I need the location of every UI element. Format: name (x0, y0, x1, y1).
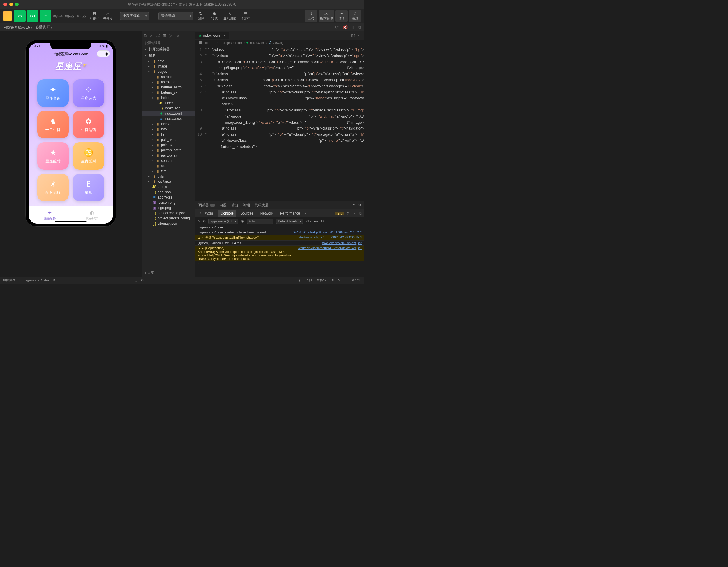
tree-item[interactable]: ≡app.wxss (142, 195, 195, 200)
tree-item[interactable]: ◈index.wxml (142, 111, 195, 116)
gear-icon[interactable]: ⚙ (347, 211, 350, 216)
real-debug-button[interactable]: ⎋真机调试 (222, 10, 238, 22)
tree-item[interactable]: { }sitemap.json (142, 221, 195, 226)
message-button[interactable]: ♤消息 (349, 10, 361, 22)
tree-item[interactable]: ▸▮wxParse (142, 179, 195, 184)
tile-配对排行[interactable]: ☀配对排行 (37, 174, 69, 201)
device-icon[interactable]: ▯ (352, 25, 354, 30)
bug-icon[interactable]: ⬚ (135, 278, 137, 282)
tile-生肖运势[interactable]: ✿生肖运势 (73, 111, 104, 138)
tree-item[interactable]: ▾▮pages (142, 69, 195, 74)
avatar[interactable] (3, 11, 12, 21)
cursor-position[interactable]: 行 1, 列 1 (299, 278, 312, 283)
cloud-button[interactable]: ⌓云开发 (102, 10, 114, 22)
tree-item[interactable]: ▸▮index2 (142, 121, 195, 127)
settings-icon[interactable]: ⚙ (321, 219, 324, 223)
capsule-button[interactable]: ⋯◉ (97, 50, 110, 57)
upload-button[interactable]: ⤴上传 (305, 10, 317, 22)
subtab-sources[interactable]: Sources (238, 210, 256, 217)
tree-item[interactable]: ▸▮astrocx (142, 74, 195, 80)
eye-icon[interactable]: ◉ (241, 219, 244, 223)
minimize-icon[interactable] (9, 3, 13, 6)
compile-select[interactable]: 普通编译 (158, 12, 193, 20)
tree-item[interactable]: ▸▮zimu (142, 169, 195, 174)
list-icon[interactable]: ☰ (199, 41, 202, 45)
tree-item[interactable]: ▸▮image (142, 64, 195, 69)
spaces[interactable]: 空格: 2 (317, 278, 326, 283)
copy-icon[interactable]: ⧉ (358, 25, 361, 30)
mode-select[interactable]: 小程序模式 (120, 12, 149, 20)
simulator-button[interactable]: ▭ (14, 10, 26, 22)
tree-item[interactable]: { }index.json (142, 106, 195, 111)
search-icon[interactable]: ⌕ (150, 33, 152, 38)
tree-item[interactable]: { }project.config.json (142, 211, 195, 216)
tree-item[interactable]: ▸▮sx (142, 163, 195, 169)
tree-item[interactable]: ▸▮pairtop_sx (142, 153, 195, 158)
tree-item[interactable]: ▸▮pair_sx (142, 142, 195, 148)
close-devtools-icon[interactable]: ✕ (358, 203, 361, 207)
ext-icon[interactable]: ⊞ (163, 33, 166, 38)
console-output[interactable]: pages/index/indexpages/index/index: onRe… (195, 225, 364, 277)
tree-item[interactable]: ▣favicon.png (142, 200, 195, 205)
tile-星座查询[interactable]: ✦星座查询 (37, 80, 69, 107)
device-select[interactable]: iPhone X 85% 16 (3, 25, 32, 29)
filter-input[interactable] (247, 219, 273, 224)
project-root[interactable]: ▾星梦 (142, 52, 195, 59)
tree-item[interactable]: ▸▮pairtop_astro (142, 148, 195, 153)
tree-item[interactable]: ▸▮utils (142, 174, 195, 179)
details-button[interactable]: ≡详情 (335, 10, 348, 22)
dock-icon[interactable]: ⧉ (359, 211, 362, 216)
inspect-icon[interactable]: ⬚ (198, 211, 201, 216)
tree-item[interactable]: JSindex.js (142, 100, 195, 106)
subtab-performance[interactable]: Performance (277, 210, 303, 217)
tree-item[interactable]: ▸▮fortune_sx (142, 90, 195, 95)
outline-header[interactable]: ▸ 大纲 (142, 269, 195, 277)
split-icon[interactable]: ▯▯ (351, 33, 355, 38)
breadcrumb[interactable]: ☰ ◫ ← → pages › index › ◈ index.wxml › ⬡… (195, 40, 364, 46)
tree-item[interactable]: ▸▮list (142, 132, 195, 137)
kebab-icon[interactable]: ⋮ (353, 211, 356, 216)
open-editors-header[interactable]: ▸打开的编辑器 (142, 46, 195, 52)
dt-tab-terminal[interactable]: 终端 (243, 203, 250, 208)
tile-星座配对[interactable]: ★星座配对 (37, 142, 69, 170)
tree-item[interactable]: ▸▮search (142, 158, 195, 163)
tile-十二生肖[interactable]: ♞十二生肖 (37, 111, 69, 138)
copy-path-icon[interactable]: ⧉ (53, 278, 55, 282)
close-icon[interactable] (3, 3, 7, 6)
visual-button[interactable]: ▦可视化 (89, 10, 100, 22)
play-icon[interactable]: ▷ (198, 219, 200, 223)
tile-星盘[interactable]: ♇星盘 (73, 174, 104, 201)
editor-button[interactable]: </> (27, 10, 38, 22)
debugger-button[interactable]: ≡ (40, 10, 51, 22)
clear-icon[interactable]: ⊘ (203, 219, 206, 223)
eol[interactable]: LF (344, 278, 347, 283)
encoding[interactable]: UTF-8 (331, 278, 340, 283)
hotreload-select[interactable]: 热重载 开 (35, 25, 52, 30)
bell-icon[interactable]: ⊘ (141, 278, 144, 282)
bug-icon[interactable]: ⌲ (175, 33, 179, 38)
back-icon[interactable]: ← (211, 41, 214, 45)
levels-select[interactable]: Default levels (276, 219, 303, 224)
subtab-wxml[interactable]: Wxml (202, 210, 217, 217)
version-button[interactable]: ⎇版本管理 (319, 10, 334, 22)
chevron-up-icon[interactable]: ⌃ (352, 203, 355, 207)
maximize-icon[interactable] (15, 3, 19, 6)
language[interactable]: WXML (351, 278, 361, 283)
more-tabs-icon[interactable]: » (304, 211, 306, 216)
dt-tab-debugger[interactable]: 调试器 (198, 203, 209, 208)
code-editor[interactable]: 1▾"a">class"p">="p"><"a">class"p">="t">v… (195, 46, 364, 201)
tree-item[interactable]: ▾▮index (142, 95, 195, 100)
branch-icon[interactable]: ⎇ (155, 33, 160, 38)
editor-tab-indexwxml[interactable]: ◈ index.wxml × (195, 32, 229, 39)
files-icon[interactable]: ⧉ (144, 33, 147, 38)
tree-item[interactable]: ▸▮data (142, 59, 195, 64)
tree-item[interactable]: ▣logo.png (142, 205, 195, 211)
subtab-network[interactable]: Network (257, 210, 276, 217)
dt-tab-output[interactable]: 输出 (231, 203, 238, 208)
dt-tab-problems[interactable]: 问题 (220, 203, 227, 208)
dt-tab-quality[interactable]: 代码质量 (255, 203, 268, 208)
tree-item[interactable]: { }project.private.config... (142, 216, 195, 221)
page-path[interactable]: pages/index/index (24, 279, 50, 282)
tile-生肖配对[interactable]: ♋生肖配对 (73, 142, 104, 170)
run-icon[interactable]: ▷ (169, 33, 172, 38)
